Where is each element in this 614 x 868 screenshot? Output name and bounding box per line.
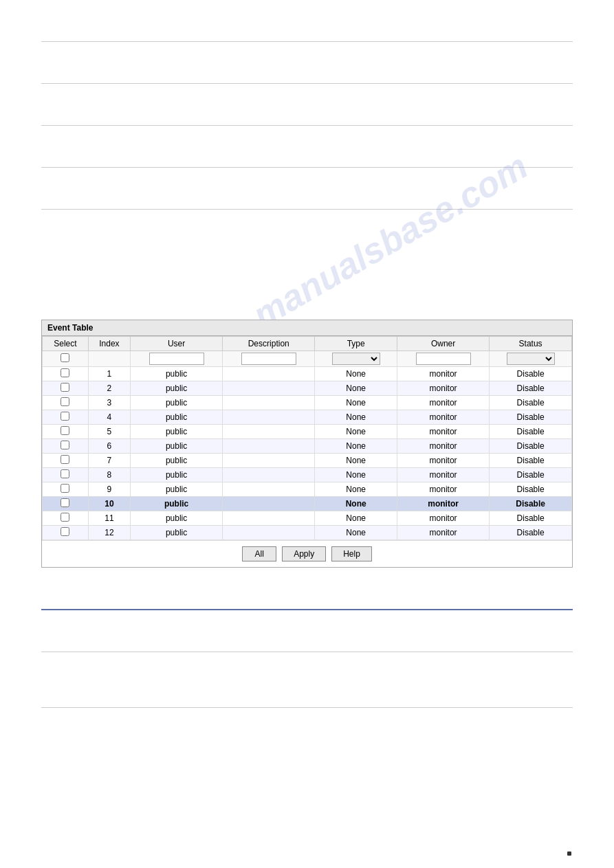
cell-index: 3 [88,396,130,410]
cell-owner: monitor [397,439,490,454]
cell-type: None [315,526,397,540]
cell-status: Disable [490,425,572,439]
cell-index: 5 [88,425,130,439]
cell-index: 1 [88,367,130,381]
cell-type: None [315,381,397,396]
cell-user: public [130,454,222,468]
cell-description [223,511,315,526]
filter-description-input[interactable] [241,353,296,365]
event-table: Select Index User Description Type Owner… [42,336,572,540]
event-table-container: Event Table Select Index User Descriptio… [41,320,573,568]
cell-owner: monitor [397,468,490,482]
cell-status: Disable [490,511,572,526]
table-row: 2publicNonemonitorDisable [43,381,572,396]
cell-status: Disable [490,482,572,497]
col-index: Index [88,337,130,351]
cell-description [223,396,315,410]
cell-owner: monitor [397,396,490,410]
cell-type: None [315,511,397,526]
cell-status: Disable [490,439,572,454]
cell-type: None [315,468,397,482]
cell-owner: monitor [397,526,490,540]
table-row: 6publicNonemonitorDisable [43,439,572,454]
row-checkbox[interactable] [61,513,69,522]
cell-owner: monitor [397,367,490,381]
cell-user: public [130,381,222,396]
cell-description [223,367,315,381]
col-description: Description [223,337,315,351]
table-row: 9publicNonemonitorDisable [43,482,572,497]
cell-status: Disable [490,526,572,540]
cell-owner: monitor [397,381,490,396]
cell-type: None [315,439,397,454]
filter-user-input[interactable] [149,353,204,365]
cell-user: public [130,511,222,526]
cell-user: public [130,367,222,381]
col-type: Type [315,337,397,351]
row-checkbox[interactable] [61,412,69,421]
filter-owner-input[interactable] [416,353,471,365]
cell-user: public [130,468,222,482]
cell-status: Disable [490,497,572,511]
cell-index: 4 [88,410,130,425]
apply-button[interactable]: Apply [282,546,326,561]
row-checkbox[interactable] [61,455,69,464]
help-button[interactable]: Help [331,546,372,561]
cell-owner: monitor [397,454,490,468]
cell-type: None [315,425,397,439]
table-row: 5publicNonemonitorDisable [43,425,572,439]
cell-type: None [315,396,397,410]
row-checkbox[interactable] [61,426,69,435]
event-table-title: Event Table [42,320,572,336]
cell-description [223,439,315,454]
cell-index: 8 [88,468,130,482]
cell-index: 11 [88,511,130,526]
cell-description [223,468,315,482]
all-button[interactable]: All [242,546,276,561]
cell-type: None [315,367,397,381]
cell-user: public [130,425,222,439]
cell-description [223,425,315,439]
cell-index: 2 [88,381,130,396]
cell-owner: monitor [397,482,490,497]
cell-owner: monitor [397,497,490,511]
button-row: All Apply Help [42,540,572,567]
row-checkbox[interactable] [61,469,69,478]
cell-user: public [130,526,222,540]
row-checkbox[interactable] [61,397,69,406]
cell-type: None [315,410,397,425]
table-row: 10publicNonemonitorDisable [43,497,572,511]
row-checkbox[interactable] [61,441,69,449]
cell-status: Disable [490,396,572,410]
cell-status: Disable [490,454,572,468]
cell-type: None [315,482,397,497]
cell-owner: monitor [397,425,490,439]
row-checkbox[interactable] [61,484,69,493]
cell-user: public [130,439,222,454]
cell-status: Disable [490,468,572,482]
col-user: User [130,337,222,351]
row-checkbox[interactable] [61,368,69,377]
row-checkbox[interactable] [61,527,69,536]
row-checkbox[interactable] [61,383,69,392]
cell-user: public [130,396,222,410]
cell-user: public [130,410,222,425]
filter-select-all-checkbox[interactable] [61,353,69,362]
cell-index: 10 [88,497,130,511]
table-row: 4publicNonemonitorDisable [43,410,572,425]
cell-description [223,410,315,425]
table-row: 12publicNonemonitorDisable [43,526,572,540]
row-checkbox[interactable] [61,498,69,507]
filter-status-select[interactable] [507,353,555,365]
filter-type-select[interactable] [332,353,380,365]
cell-description [223,497,315,511]
cell-user: public [130,497,222,511]
cell-description [223,482,315,497]
cell-description [223,381,315,396]
cell-index: 6 [88,439,130,454]
small-dot-indicator [567,852,571,856]
table-row: 1publicNonemonitorDisable [43,367,572,381]
cell-type: None [315,497,397,511]
cell-index: 7 [88,454,130,468]
cell-status: Disable [490,367,572,381]
